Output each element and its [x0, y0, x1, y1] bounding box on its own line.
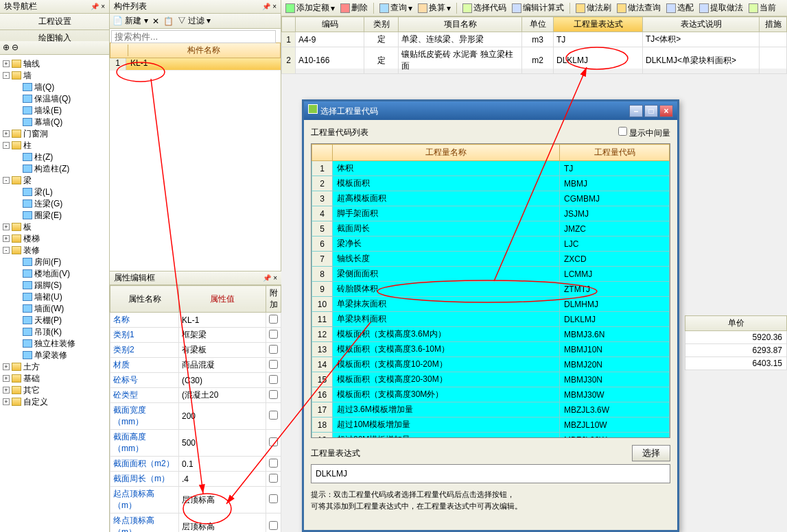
search-input[interactable]: [111, 30, 276, 43]
convert-button[interactable]: 换算 ▾: [418, 2, 451, 14]
brush-button[interactable]: 做法刷: [576, 2, 611, 14]
minimize-button[interactable]: –: [629, 105, 643, 117]
match-button[interactable]: 选配: [666, 2, 694, 14]
property-row[interactable]: 截面高度（mm）500: [110, 430, 281, 457]
extra-checkbox[interactable]: [269, 330, 278, 339]
current-button[interactable]: 当前: [749, 2, 776, 14]
select-button[interactable]: 选择: [632, 445, 670, 461]
pin-icon[interactable]: 📌 ×: [262, 3, 277, 10]
brush-query-button[interactable]: 做法查询: [617, 2, 661, 14]
expr-value[interactable]: DLKLMJ: [311, 464, 670, 483]
select-code-button[interactable]: 选择代码: [462, 2, 506, 14]
code-row[interactable]: 19超过20M模板增加量MBZJL20W: [312, 433, 670, 439]
tree-node[interactable]: 墙面(W): [0, 303, 109, 314]
tree-node[interactable]: +基础: [0, 373, 109, 384]
code-row[interactable]: 7轴线长度ZXCD: [312, 252, 670, 267]
code-row[interactable]: 5截面周长JMZC: [312, 221, 670, 237]
expander-icon[interactable]: -: [3, 142, 10, 149]
filter-button[interactable]: ▽ 过滤 ▾: [178, 15, 211, 27]
code-row[interactable]: 15模板面积（支模高度20-30M）MBMJ30N: [312, 372, 670, 387]
extra-checkbox[interactable]: [269, 360, 278, 369]
expander-icon[interactable]: +: [3, 130, 10, 137]
tree-node[interactable]: -柱: [0, 140, 109, 151]
tree-node[interactable]: +板: [0, 221, 109, 232]
extra-checkbox[interactable]: [269, 459, 278, 468]
tree-node[interactable]: 独立柱装修: [0, 338, 109, 349]
extra-checkbox[interactable]: [269, 315, 278, 324]
code-row[interactable]: 3超高模板面积CGMBMJ: [312, 191, 670, 206]
tree-node[interactable]: 踢脚(S): [0, 280, 109, 291]
extra-checkbox[interactable]: [269, 345, 278, 354]
property-row[interactable]: 砼类型(混凝土20: [110, 388, 281, 403]
tree-node[interactable]: 幕墙(Q): [0, 117, 109, 128]
expander-icon[interactable]: -: [3, 72, 10, 79]
tree-node[interactable]: +轴线: [0, 58, 109, 69]
expander-icon[interactable]: +: [3, 223, 10, 230]
extra-checkbox[interactable]: [269, 494, 278, 503]
code-row[interactable]: 2模板面积MBMJ: [312, 176, 670, 191]
code-row[interactable]: 4脚手架面积JSJMJ: [312, 206, 670, 221]
pin-icon[interactable]: 📌 ×: [91, 3, 105, 10]
delete-button[interactable]: 删除: [340, 2, 368, 14]
tree-node[interactable]: 吊顶(K): [0, 326, 109, 337]
extra-checkbox[interactable]: [269, 375, 278, 384]
tree-node[interactable]: 楼地面(V): [0, 268, 109, 279]
property-row[interactable]: 砼标号(C30): [110, 373, 281, 388]
tree-expand-icon[interactable]: ⊕: [3, 43, 10, 52]
extra-checkbox[interactable]: [269, 474, 278, 483]
expander-icon[interactable]: +: [3, 398, 10, 405]
tree-node[interactable]: 天棚(P): [0, 315, 109, 326]
show-mid-checkbox[interactable]: 显示中间量: [618, 127, 670, 139]
tree-node[interactable]: 构造柱(Z): [0, 163, 109, 174]
extra-checkbox[interactable]: [269, 521, 278, 530]
extract-button[interactable]: 提取做法: [699, 2, 743, 14]
edit-expr-button[interactable]: 编辑计算式: [512, 2, 564, 14]
code-row[interactable]: 8梁侧面面积LCMMJ: [312, 267, 670, 282]
code-row[interactable]: 18超过10M模板增加量MBZJL10W: [312, 418, 670, 433]
code-row[interactable]: 17超过3.6M模板增加量MBZJL3.6W: [312, 402, 670, 418]
property-row[interactable]: 起点顶标高（m）层顶标高: [110, 487, 281, 513]
expander-icon[interactable]: +: [3, 387, 10, 394]
code-row[interactable]: 1体积TJ: [312, 161, 670, 176]
expander-icon[interactable]: +: [3, 235, 10, 242]
tree-node[interactable]: +自定义: [0, 396, 109, 407]
close-button[interactable]: ×: [659, 105, 673, 117]
code-row[interactable]: 14模板面积（支模高度10-20M）MBMJ20N: [312, 357, 670, 372]
tree-node[interactable]: +土方: [0, 361, 109, 372]
code-row[interactable]: 9砖胎膜体积ZTMTJ: [312, 282, 670, 297]
extra-checkbox[interactable]: [269, 390, 278, 399]
tree-node[interactable]: +楼梯: [0, 233, 109, 244]
tree-node[interactable]: 梁(L): [0, 186, 109, 197]
code-row[interactable]: 6梁净长LJC: [312, 237, 670, 252]
extra-checkbox[interactable]: [269, 437, 278, 446]
property-row[interactable]: 名称KL-1: [110, 313, 281, 328]
add-quota-button[interactable]: 添加定额 ▾: [285, 2, 335, 14]
property-row[interactable]: 截面宽度（mm）200: [110, 403, 281, 430]
delete-icon[interactable]: ✕: [152, 16, 159, 26]
tree-node[interactable]: 保温墙(Q): [0, 93, 109, 104]
tree-node[interactable]: -墙: [0, 70, 109, 81]
tree-node[interactable]: +其它: [0, 385, 109, 396]
tree-node[interactable]: 连梁(G): [0, 198, 109, 209]
component-row[interactable]: 1KL-1: [110, 58, 281, 71]
pin-icon[interactable]: 📌 ×: [263, 274, 277, 282]
tree-node[interactable]: 柱(Z): [0, 152, 109, 162]
property-row[interactable]: 材质商品混凝: [110, 358, 281, 373]
tree-node[interactable]: 墙(Q): [0, 82, 109, 93]
tree-node[interactable]: +门窗洞: [0, 128, 109, 139]
expander-icon[interactable]: +: [3, 363, 10, 370]
copy-icon[interactable]: 📋: [163, 16, 174, 26]
query-button[interactable]: 查询 ▾: [379, 2, 412, 14]
property-row[interactable]: 截面周长（m）.4: [110, 472, 281, 487]
quota-row[interactable]: 1A4-9定单梁、连续梁、异形梁m3TJTJ<体积>: [282, 32, 787, 47]
maximize-button[interactable]: □: [644, 105, 658, 117]
dialog-titlebar[interactable]: 选择工程量代码 – □ ×: [304, 101, 677, 120]
expander-icon[interactable]: -: [3, 177, 10, 184]
tree-node[interactable]: 单梁装修: [0, 350, 109, 361]
expander-icon[interactable]: +: [3, 60, 10, 67]
property-row[interactable]: 类别1框架梁: [110, 328, 281, 343]
tree-node[interactable]: 墙垛(E): [0, 105, 109, 116]
new-button[interactable]: 📄 新建 ▾: [113, 15, 148, 27]
code-row[interactable]: 13模板面积（支模高度3.6-10M）MBMJ10N: [312, 342, 670, 357]
tree-node[interactable]: 墙裙(U): [0, 291, 109, 302]
